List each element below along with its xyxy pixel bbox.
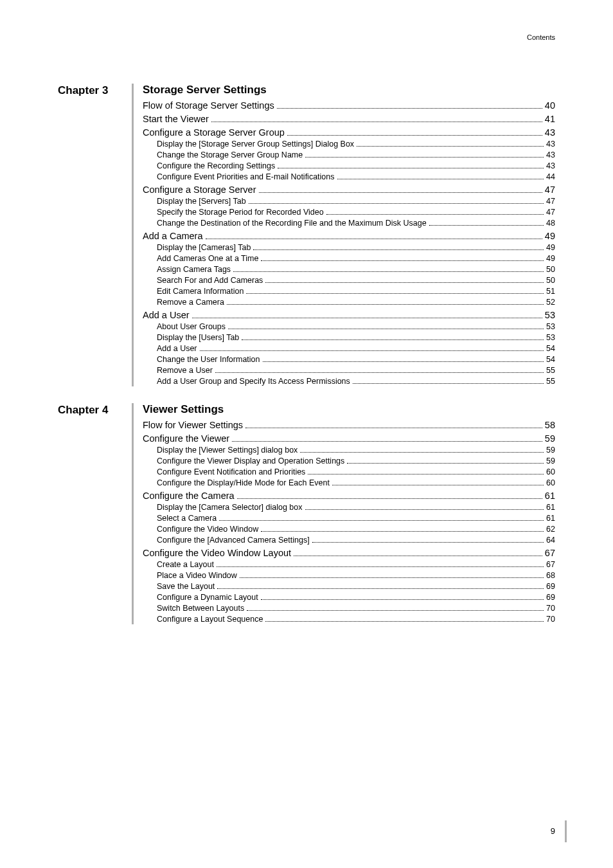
toc-label: Change the User Information	[157, 355, 260, 364]
toc-page: 55	[546, 366, 555, 375]
toc-leader	[211, 116, 542, 122]
toc-page: 61	[545, 491, 555, 501]
toc-entry: Add a User 54	[143, 344, 555, 353]
toc-label: Configure the [Advanced Camera Settings]	[157, 536, 310, 545]
toc-label: Place a Video Window	[157, 571, 237, 580]
toc-page: 43	[546, 161, 555, 170]
toc-entry: Configure the Viewer Display and Operati…	[143, 457, 555, 466]
toc-leader	[232, 435, 542, 442]
toc-page: 50	[546, 276, 555, 285]
toc-label: Configure the Video Window	[157, 525, 258, 534]
toc-leader	[305, 152, 544, 158]
chapter-3-title: Storage Server Settings	[143, 84, 555, 96]
toc-page: 60	[546, 467, 555, 476]
toc-entry: Add Cameras One at a Time 49	[143, 254, 555, 263]
toc-page: 64	[546, 536, 555, 545]
toc-label: Display the [Cameras] Tab	[157, 243, 251, 252]
toc-entry: Remove a Camera 52	[143, 298, 555, 307]
toc-entry: Configure the Video Window 62	[143, 525, 555, 534]
toc-page: 70	[546, 615, 555, 624]
toc-leader	[192, 312, 542, 318]
toc-page: 41	[545, 114, 555, 124]
toc-label: Configure Event Priorities and E-mail No…	[157, 172, 335, 181]
toc-label: Save the Layout	[157, 582, 215, 591]
toc-leader	[240, 573, 544, 579]
toc-page: 48	[546, 219, 555, 228]
toc-leader	[265, 278, 544, 284]
toc-page: 50	[546, 265, 555, 274]
toc-label: Add a User	[157, 344, 197, 353]
chapter-3-toc: Flow of Storage Server Settings 40Start …	[143, 100, 555, 386]
toc-entry: Configure the Recording Settings 43	[143, 161, 555, 170]
toc-leader	[259, 186, 542, 193]
toc-label: Display the [Camera Selector] dialog box	[157, 503, 303, 512]
toc-entry: Configure a Dynamic Layout 69	[143, 593, 555, 602]
toc-page: 52	[546, 298, 555, 307]
toc-entry: Configure the Viewer 59	[143, 433, 555, 444]
toc-label: Remove a User	[157, 366, 213, 375]
toc-leader	[332, 480, 544, 486]
toc-leader	[353, 379, 544, 384]
toc-leader	[429, 221, 544, 226]
toc-leader	[217, 562, 544, 568]
toc-leader	[246, 289, 544, 294]
toc-leader	[253, 245, 544, 251]
toc-leader	[287, 129, 542, 136]
chapter-3-label: Chapter 3	[58, 84, 132, 97]
toc-label: Remove a Camera	[157, 298, 224, 307]
toc-leader	[308, 469, 544, 475]
chapter-4-toc: Flow for Viewer Settings 58Configure the…	[143, 420, 555, 624]
toc-leader	[261, 256, 544, 262]
toc-entry: Configure the Video Window Layout 67	[143, 548, 555, 558]
toc-page: 44	[546, 172, 555, 181]
toc-label: Display the [Servers] Tab	[157, 197, 246, 206]
toc-label: Configure the Video Window Layout	[143, 548, 291, 558]
toc-leader	[294, 550, 542, 556]
toc-entry: Display the [Viewer Settings] dialog box…	[143, 446, 555, 455]
toc-entry: Create a Layout 67	[143, 560, 555, 569]
toc-label: Configure a Dynamic Layout	[157, 593, 258, 602]
toc-page: 49	[546, 254, 555, 263]
divider	[132, 403, 134, 624]
chapter-4-label: Chapter 4	[58, 403, 132, 417]
toc-leader	[219, 516, 544, 521]
toc-entry: Configure the Camera 61	[143, 491, 555, 501]
toc-entry: Assign Camera Tags 50	[143, 265, 555, 274]
toc-leader	[305, 505, 544, 511]
toc-page: 69	[546, 593, 555, 602]
toc-label: Display the [Viewer Settings] dialog box	[157, 446, 298, 455]
toc-entry: Add a User Group and Specify Its Access …	[143, 377, 555, 386]
toc-entry: Edit Camera Information 51	[143, 287, 555, 296]
toc-entry: Display the [Camera Selector] dialog box…	[143, 503, 555, 512]
toc-leader	[245, 422, 542, 428]
toc-leader	[215, 368, 544, 374]
toc-label: Assign Camera Tags	[157, 265, 231, 274]
toc-leader	[337, 174, 544, 180]
toc-label: Add a User	[143, 310, 190, 320]
toc-leader	[326, 210, 544, 215]
toc-entry: Add a Camera 49	[143, 231, 555, 241]
toc-leader	[312, 538, 544, 543]
toc-leader	[261, 527, 544, 532]
toc-entry: Configure a Layout Sequence 70	[143, 615, 555, 624]
toc-page: 58	[545, 420, 555, 430]
toc-label: Select a Camera	[157, 514, 217, 523]
chapter-4-title: Viewer Settings	[143, 403, 555, 416]
toc-page: 67	[545, 548, 555, 558]
toc-label: Specify the Storage Period for Recorded …	[157, 208, 324, 217]
toc-page: 43	[545, 127, 555, 138]
toc-entry: Configure the [Advanced Camera Settings]…	[143, 536, 555, 545]
toc-page: 47	[545, 185, 555, 195]
toc-label: Change the Destination of the Recording …	[157, 219, 427, 228]
toc-page: 61	[546, 503, 555, 512]
toc-entry: Start the Viewer 41	[143, 114, 555, 124]
toc-page: 54	[546, 355, 555, 364]
toc-page: 61	[546, 514, 555, 523]
toc-page: 53	[546, 333, 555, 342]
toc-label: Configure the Viewer Display and Operati…	[157, 457, 344, 466]
toc-entry: Configure the Display/Hide Mode for Each…	[143, 478, 555, 487]
toc-label: Configure Event Notification and Priorit…	[157, 467, 305, 476]
toc-label: Create a Layout	[157, 560, 214, 569]
toc-entry: Switch Between Layouts 70	[143, 604, 555, 613]
toc-label: Search For and Add Cameras	[157, 276, 263, 285]
